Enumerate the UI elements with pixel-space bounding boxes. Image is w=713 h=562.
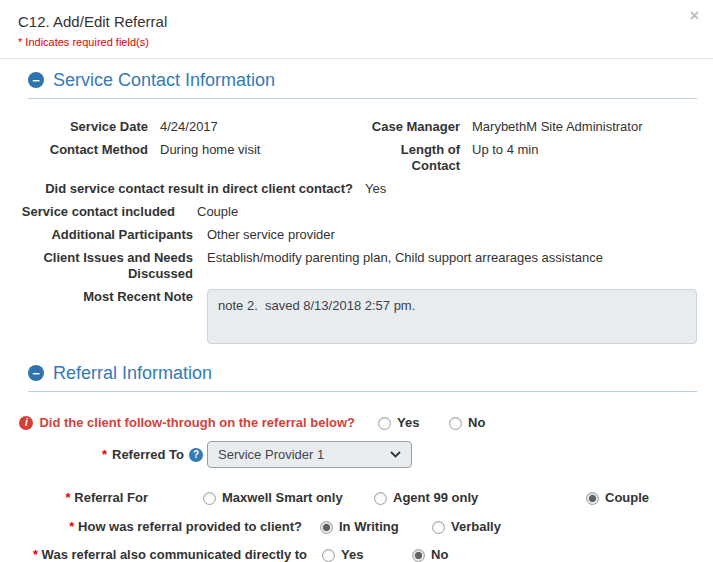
radio-button[interactable] [412,549,425,562]
case-manager-label: Case Manager [362,119,460,135]
page-title: C12. Add/Edit Referral [18,12,697,31]
required-asterisk: * [33,547,38,562]
most-recent-note-textarea[interactable]: note 2. saved 8/13/2018 2:57 pm. [207,289,697,344]
collapse-icon[interactable]: − [28,72,44,88]
radio-label: No [431,547,448,562]
required-asterisk: * [69,519,74,534]
direct-contact-label: Did service contact result in direct cli… [0,181,353,197]
communicated-label-wrap: * Was referral also communicated directl… [0,547,307,562]
how-provided-label: How was referral provided to client? [78,519,302,534]
radio-button[interactable] [432,521,445,534]
length-of-contact-value: Up to 4 min [472,142,713,174]
contact-method-value: During home visit [160,142,350,174]
additional-participants-value: Other service provider [207,227,335,243]
referral-for-option-couple[interactable]: Couple [586,490,649,506]
row-direct-contact: Did service contact result in direct cli… [0,181,713,197]
radio-label: Agent 99 only [393,490,478,506]
close-icon[interactable]: × [690,8,699,24]
contact-included-label: Service contact included [0,204,175,220]
radio-label: In Writing [339,519,399,535]
referral-for-option-maxwell[interactable]: Maxwell Smart only [203,490,374,506]
row-referral-for: * Referral For Maxwell Smart only Agent … [0,490,713,506]
section-title: Referral Information [53,362,212,384]
row-additional-participants: Additional Participants Other service pr… [0,227,713,243]
follow-through-radio-group: Yes No [378,415,485,431]
row-follow-through: i Did the client follow-through on the r… [0,415,713,431]
collapse-icon[interactable]: − [28,365,44,381]
referred-to-label: Referred To [112,447,184,463]
radio-label: Maxwell Smart only [222,490,343,506]
how-provided-option-writing[interactable]: In Writing [320,519,432,535]
add-edit-referral-modal: C12. Add/Edit Referral * Indicates requi… [0,0,713,562]
row-contact-included: Service contact included Couple [0,204,713,220]
row-how-provided: * How was referral provided to client? I… [0,519,713,535]
service-date-value: 4/24/2017 [160,119,350,135]
direct-contact-value: Yes [365,181,386,197]
radio-label: Couple [605,490,649,506]
follow-through-option-yes[interactable]: Yes [378,415,449,431]
communicated-radio-group: Yes No [322,547,448,562]
communicated-option-no[interactable]: No [412,547,448,562]
length-of-contact-label: Length of Contact [362,142,460,174]
referred-to-label-wrap: * Referred To ? [0,447,203,463]
info-icon: i [19,416,33,430]
radio-button[interactable] [378,417,391,430]
section-header-service-contact: − Service Contact Information [28,69,697,99]
communicated-label: Was referral also communicated directly … [42,547,307,562]
row-client-issues: Client Issues and Needs Discussed Establ… [0,250,713,282]
client-issues-label: Client Issues and Needs Discussed [0,250,193,282]
additional-participants-label: Additional Participants [0,227,193,243]
row-communicated: * Was referral also communicated directl… [0,547,713,562]
section-title: Service Contact Information [53,69,275,91]
contact-method-label: Contact Method [0,142,148,174]
row-most-recent-note: Most Recent Note note 2. saved 8/13/2018… [0,289,713,344]
required-asterisk: * [102,447,107,463]
service-date-label: Service Date [0,119,148,135]
service-contact-section: Service Date 4/24/2017 Case Manager Mary… [0,119,713,344]
required-note: * Indicates required field(s) [18,36,697,49]
row-referred-to: * Referred To ? Service Provider 1 [0,441,713,468]
radio-label: Yes [341,547,363,562]
referral-for-label: Referral For [74,490,148,505]
help-icon[interactable]: ? [189,448,203,462]
row-service-date-case-manager: Service Date 4/24/2017 Case Manager Mary… [0,119,713,135]
follow-through-label: Did the client follow-through on the ref… [39,415,355,431]
required-asterisk: * [66,490,71,505]
contact-included-value: Couple [197,204,238,220]
follow-through-label-wrap: i Did the client follow-through on the r… [0,415,355,431]
follow-through-option-no[interactable]: No [449,415,485,431]
referral-for-label-wrap: * Referral For [0,490,148,506]
referral-section: i Did the client follow-through on the r… [0,415,713,562]
radio-button[interactable] [320,521,333,534]
referral-for-radio-group: Maxwell Smart only Agent 99 only Couple [203,490,649,506]
row-contact-method-length: Contact Method During home visit Length … [0,142,713,174]
radio-button[interactable] [586,492,599,505]
client-issues-value: Establish/modify parenting plan, Child s… [207,250,603,266]
how-provided-label-wrap: * How was referral provided to client? [0,519,302,535]
radio-label: No [468,415,485,431]
chevron-down-icon [390,451,401,458]
radio-button[interactable] [203,492,216,505]
how-provided-option-verbally[interactable]: Verbally [432,519,501,535]
referral-for-option-agent99[interactable]: Agent 99 only [374,490,586,506]
radio-label: Yes [397,415,419,431]
communicated-option-yes[interactable]: Yes [322,547,412,562]
section-header-referral: − Referral Information [28,362,697,392]
case-manager-value: MarybethM Site Administrator [472,119,713,135]
radio-button[interactable] [449,417,462,430]
radio-button[interactable] [322,549,335,562]
modal-header: C12. Add/Edit Referral * Indicates requi… [0,0,713,59]
referred-to-selected-value: Service Provider 1 [218,447,324,463]
referred-to-select[interactable]: Service Provider 1 [207,441,412,468]
radio-button[interactable] [374,492,387,505]
most-recent-note-label: Most Recent Note [0,289,193,305]
radio-label: Verbally [451,519,501,535]
how-provided-radio-group: In Writing Verbally [320,519,501,535]
